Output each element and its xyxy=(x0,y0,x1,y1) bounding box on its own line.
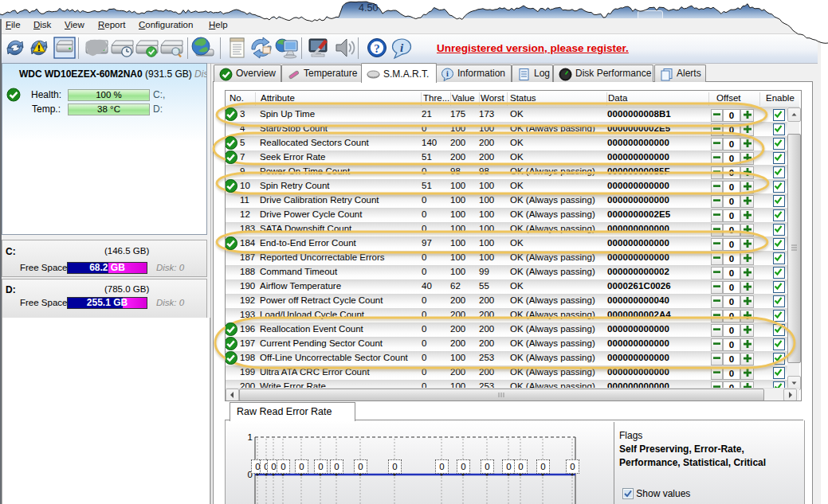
svg-text:i: i xyxy=(446,69,449,78)
svg-text:1: 1 xyxy=(248,432,253,442)
